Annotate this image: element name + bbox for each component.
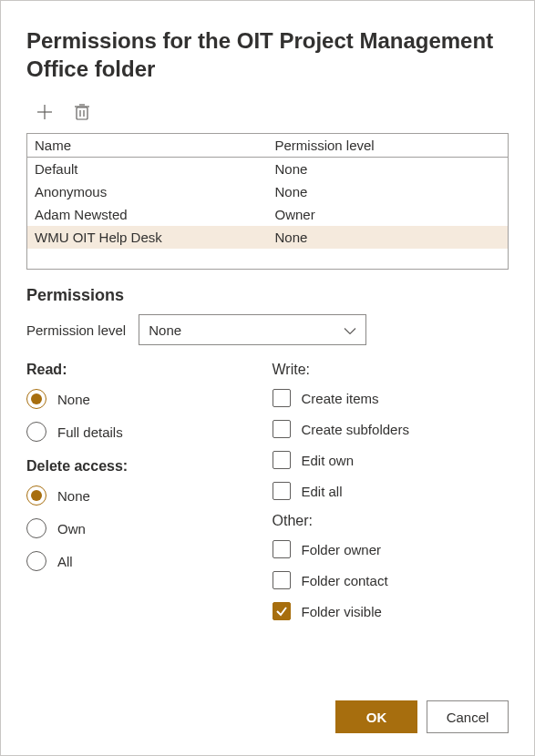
toolbar [26,103,509,124]
radio-icon [26,551,46,571]
option-label: Folder owner [302,542,382,557]
delete-own-radio[interactable]: Own [26,518,263,538]
left-column: Read: None Full details Delete access: N… [26,362,263,633]
option-label: None [57,488,90,504]
radio-icon [26,422,46,442]
option-label: Edit all [302,484,343,499]
read-full-radio[interactable]: Full details [26,422,263,442]
write-edit-own-checkbox[interactable]: Edit own [273,451,509,469]
radio-icon [26,518,46,538]
permission-level-label: Permission level [26,322,126,338]
cell-name: Default [27,158,268,180]
option-label: Full details [57,424,123,440]
table-row[interactable]: WMU OIT Help Desk None [27,226,508,249]
delete-icon[interactable] [74,103,90,124]
write-group-title: Write: [273,362,509,378]
option-label: Create subfolders [302,422,409,437]
table-row[interactable]: Adam Newsted Owner [27,203,508,226]
svg-rect-2 [77,107,87,119]
other-folder-contact-checkbox[interactable]: Folder contact [273,571,509,589]
cell-level: Owner [268,203,509,226]
cancel-button[interactable]: Cancel [427,700,509,733]
permissions-section-title: Permissions [26,286,509,305]
cell-name: WMU OIT Help Desk [27,226,268,249]
cell-name: Adam Newsted [27,203,268,226]
other-folder-visible-checkbox[interactable]: Folder visible [273,602,509,620]
option-label: Folder visible [302,604,382,619]
other-folder-owner-checkbox[interactable]: Folder owner [273,540,509,558]
delete-all-radio[interactable]: All [26,551,263,571]
ok-button[interactable]: OK [335,700,417,733]
write-create-subfolders-checkbox[interactable]: Create subfolders [273,420,509,438]
right-column: Write: Create items Create subfolders Ed… [273,362,509,633]
option-label: Own [57,521,86,536]
permissions-dialog: Permissions for the OIT Project Manageme… [0,0,535,756]
option-label: None [57,392,90,407]
cell-level: None [268,226,509,249]
checkbox-icon [273,389,291,407]
checkbox-icon [273,420,291,438]
col-header-name[interactable]: Name [27,134,268,157]
table-header-row: Name Permission level [27,134,508,158]
option-label: Edit own [302,453,355,468]
option-label: All [57,554,73,569]
dialog-title: Permissions for the OIT Project Manageme… [26,26,509,83]
permission-level-row: Permission level None [26,314,509,345]
permission-level-value: None [149,322,181,338]
table-row[interactable]: Default None [27,158,508,180]
write-edit-all-checkbox[interactable]: Edit all [273,482,509,500]
permission-options: Read: None Full details Delete access: N… [26,362,509,633]
read-none-radio[interactable]: None [26,389,263,409]
other-group-title: Other: [273,513,509,529]
add-icon[interactable] [36,103,54,124]
radio-icon [26,485,46,506]
permissions-table: Name Permission level Default None Anony… [26,133,509,270]
col-header-level[interactable]: Permission level [268,134,509,157]
write-create-items-checkbox[interactable]: Create items [273,389,509,407]
table-spacer [27,249,508,269]
checkbox-icon [273,451,291,469]
cell-level: None [268,180,509,203]
cell-level: None [268,158,509,180]
dialog-buttons: OK Cancel [335,700,509,733]
chevron-down-icon [344,322,356,338]
delete-none-radio[interactable]: None [26,485,263,506]
option-label: Folder contact [302,573,388,588]
permission-level-select[interactable]: None [139,314,366,345]
checkbox-icon [273,571,291,589]
delete-group-title: Delete access: [26,458,263,475]
checkbox-icon [273,602,291,620]
radio-icon [26,389,46,409]
checkbox-icon [273,540,291,558]
read-group-title: Read: [26,362,263,378]
option-label: Create items [302,391,379,406]
table-row[interactable]: Anonymous None [27,180,508,203]
cell-name: Anonymous [27,180,268,203]
checkbox-icon [273,482,291,500]
